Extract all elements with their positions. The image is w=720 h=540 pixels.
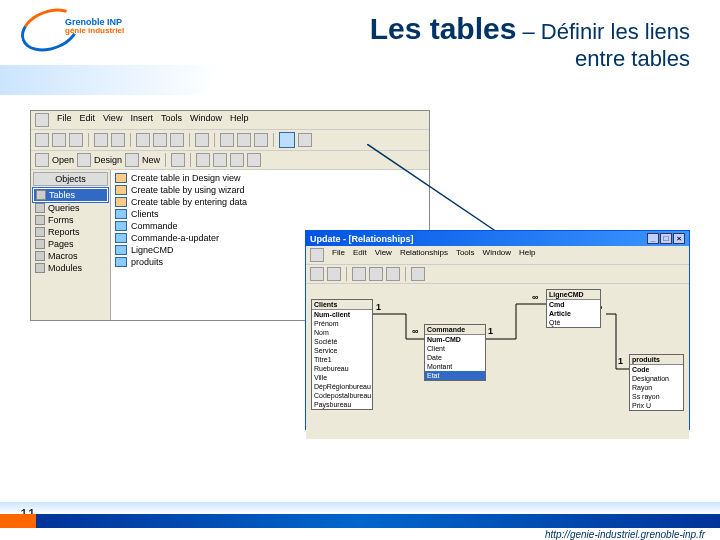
table-clients[interactable]: Clients Num-client Prénom Nom Société Se… [311,299,373,410]
table-field[interactable]: Designation [630,374,683,383]
table-field[interactable]: Cmd [547,300,600,309]
save-icon[interactable] [310,267,324,281]
cut-icon[interactable] [136,133,150,147]
copy-icon[interactable] [153,133,167,147]
table-field[interactable]: Article [547,309,600,318]
sidebar-item-macros[interactable]: Macros [33,250,108,262]
table-field[interactable]: Rayon [630,383,683,392]
cardinality-many: ∞ [412,326,418,336]
save-icon[interactable] [69,133,83,147]
clear-layout-icon[interactable] [411,267,425,281]
rel-menu-help[interactable]: Help [519,248,535,262]
table-field[interactable]: Montant [425,362,485,371]
delete-icon[interactable] [171,153,185,167]
table-field[interactable]: Ss rayon [630,392,683,401]
preview-icon[interactable] [111,133,125,147]
minimize-icon[interactable]: _ [647,233,659,244]
add-table-icon[interactable] [352,267,366,281]
relationships-icon[interactable] [279,132,295,148]
open-label[interactable]: Open [52,155,74,165]
table-produits[interactable]: produits Code Designation Rayon Ss rayon… [629,354,684,411]
table-commande[interactable]: Commande Num-CMD Client Date Montant Eta… [424,324,486,381]
design-label[interactable]: Design [94,155,122,165]
menu-window[interactable]: Window [190,113,222,127]
table-field[interactable]: Ruebureau [312,364,372,373]
cardinality-one: 1 [376,302,381,312]
table-field[interactable]: Nom [312,328,372,337]
table-lignecmd[interactable]: LigneCMD Cmd Article Qté [546,289,601,328]
show-direct-icon[interactable] [369,267,383,281]
table-field[interactable]: Paysbureau [312,400,372,409]
print-icon[interactable] [327,267,341,281]
list-item[interactable]: Clients [113,208,427,220]
close-icon[interactable]: × [673,233,685,244]
sidebar-item-pages[interactable]: Pages [33,238,108,250]
sidebar-item-tables[interactable]: Tables [33,188,108,202]
sidebar-item-forms[interactable]: Forms [33,214,108,226]
rel-menu-tools[interactable]: Tools [456,248,475,262]
list-item-label: Create table in Design view [131,173,241,183]
script-icon[interactable] [254,133,268,147]
rel-menu-relationships[interactable]: Relationships [400,248,448,262]
table-field[interactable]: Qté [547,318,600,327]
slide-title: Les tables – Définir les liens entre tab… [370,12,690,72]
table-field[interactable]: Date [425,353,485,362]
table-field[interactable]: Prénom [312,319,372,328]
sidebar-item-reports[interactable]: Reports [33,226,108,238]
table-field[interactable]: Société [312,337,372,346]
design-obj-icon[interactable] [77,153,91,167]
toolbar-db: Open Design New [31,151,429,170]
menu-insert[interactable]: Insert [130,113,153,127]
rel-menu-file[interactable]: File [332,248,345,262]
table-field[interactable]: Service [312,346,372,355]
sidebar-item-modules[interactable]: Modules [33,262,108,274]
table-field[interactable]: Code [630,365,683,374]
undo-icon[interactable] [195,133,209,147]
list-item[interactable]: Create table by entering data [113,196,427,208]
table-field[interactable]: Client [425,344,485,353]
rel-menu-window[interactable]: Window [483,248,511,262]
table-field[interactable]: Etat [425,371,485,380]
table-field[interactable]: Ville [312,373,372,382]
paste-icon[interactable] [170,133,184,147]
sidebar-header: Objects [33,172,108,186]
properties-icon[interactable] [298,133,312,147]
office-icon[interactable] [220,133,234,147]
list-item[interactable]: Create table by using wizard [113,184,427,196]
rel-menu-edit[interactable]: Edit [353,248,367,262]
view-detail-icon[interactable] [247,153,261,167]
table-field[interactable]: Num-client [312,310,372,319]
decorative-swoop-top [0,65,220,95]
view-list-icon[interactable] [230,153,244,167]
sidebar-item-queries[interactable]: Queries [33,202,108,214]
analyze-icon[interactable] [237,133,251,147]
table-header: Commande [425,325,485,335]
print-icon[interactable] [94,133,108,147]
forms-icon [35,215,45,225]
wizard-icon [115,185,127,195]
view-small-icon[interactable] [213,153,227,167]
open-icon[interactable] [52,133,66,147]
table-field[interactable]: DépRégionbureau [312,382,372,391]
wizard-icon [115,197,127,207]
new-obj-icon[interactable] [125,153,139,167]
new-label[interactable]: New [142,155,160,165]
view-large-icon[interactable] [196,153,210,167]
show-all-icon[interactable] [386,267,400,281]
table-field[interactable]: Codepostalbureau [312,391,372,400]
table-field[interactable]: Num-CMD [425,335,485,344]
open-obj-icon[interactable] [35,153,49,167]
new-icon[interactable] [35,133,49,147]
menu-view[interactable]: View [103,113,122,127]
rel-menu-view[interactable]: View [375,248,392,262]
window-titlebar[interactable]: Update - [Relationships] _ □ × [306,231,689,246]
maximize-icon[interactable]: □ [660,233,672,244]
menu-help[interactable]: Help [230,113,249,127]
menu-tools[interactable]: Tools [161,113,182,127]
menu-file[interactable]: File [57,113,72,127]
menu-edit[interactable]: Edit [80,113,96,127]
relationships-canvas[interactable]: 1 ∞ 1 ∞ ∞ 1 Clients Num-client Prénom No… [306,284,689,439]
table-field[interactable]: Titre1 [312,355,372,364]
table-field[interactable]: Prix U [630,401,683,410]
list-item[interactable]: Create table in Design view [113,172,427,184]
